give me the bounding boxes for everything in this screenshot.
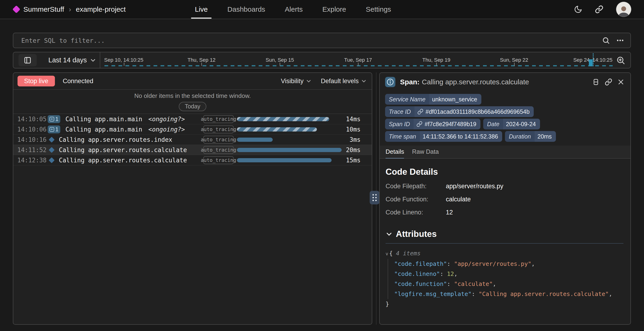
json-collapse-caret[interactable]: v (386, 251, 388, 256)
list-item[interactable]: 14:10:05+1Calling app.main.main<ongoing?… (13, 114, 372, 124)
span-list: 14:10:05+1Calling app.main.main<ongoing?… (13, 114, 372, 166)
duration-bar (237, 138, 273, 142)
plus-square-icon: + (50, 117, 54, 122)
zoom-in-icon (616, 56, 625, 65)
dark-mode-toggle[interactable] (574, 5, 582, 14)
timeline-date-label: Sep 10, 14:10:25 (104, 57, 144, 63)
empty-window-block: No older items in the selected time wind… (13, 90, 372, 114)
badge-trace-id[interactable]: Trace ID#df01acad0311189c8b66a466d969654… (385, 106, 534, 117)
code-detail-value: 12 (446, 209, 453, 216)
avatar[interactable] (616, 2, 632, 17)
row-duration: 15ms (346, 157, 360, 164)
breadcrumb-separator: › (68, 5, 72, 13)
copy-link-button[interactable] (605, 78, 612, 86)
tag-chip[interactable]: auto_tracing (203, 115, 234, 123)
json-value: 12 (447, 270, 454, 277)
span-title-prefix: Span: (400, 78, 420, 86)
link-icon (417, 108, 424, 115)
attributes-json-view: v{4 items"code.filepath": "app/server/ro… (386, 248, 624, 309)
share-link-button[interactable] (595, 5, 603, 14)
attributes-heading: Attributes (386, 229, 624, 239)
ongoing-indicator: <ongoing?> (148, 126, 185, 133)
tag-chip[interactable]: auto_tracing (203, 136, 234, 144)
filter-more-button[interactable] (616, 36, 624, 44)
badge-span-id[interactable]: Span ID#f7c8e294f7489b19 (385, 119, 480, 130)
json-value: "app/server/routes.py" (454, 260, 531, 267)
brand-logo-icon[interactable] (12, 5, 20, 13)
live-header-controls: Visibility Default levels (281, 78, 367, 85)
panel-resize-handle[interactable] (370, 191, 380, 204)
tag-chip[interactable]: auto_tracing (203, 146, 234, 154)
tab-settings[interactable]: Settings (366, 0, 391, 19)
json-comma: , (531, 260, 535, 267)
timeline-activity-spike (589, 59, 592, 66)
default-levels-dropdown[interactable]: Default levels (321, 78, 367, 85)
json-comma: , (492, 280, 496, 287)
tab-dashboards[interactable]: Dashboards (227, 0, 265, 19)
span-diamond-icon (48, 137, 54, 142)
json-entry: "code.lineno": 12, (394, 269, 624, 279)
child-count: 1 (56, 126, 58, 133)
today-button[interactable]: Today (179, 102, 206, 111)
org-name[interactable]: SummerStuff (23, 5, 64, 13)
timeline-date-label: Thu, Sep 19 (422, 57, 450, 63)
person-photo (617, 5, 630, 17)
list-item[interactable]: 14:10:16Calling app.server.routes.indexa… (13, 134, 372, 145)
row-message: Calling app.main.main (66, 126, 142, 133)
span-detail-panel: Span:Calling app.server.routes.calculate… (379, 72, 631, 325)
timeline-tick (514, 62, 514, 66)
panel-layout-button[interactable] (592, 78, 600, 86)
nav-tabs: LiveDashboardsAlertsExploreSettings (195, 0, 391, 19)
timeline-track[interactable]: Sep 10, 14:10:25Thu, Sep 12Sun, Sep 15Tu… (104, 52, 613, 68)
visibility-dropdown[interactable]: Visibility (281, 78, 312, 85)
list-item[interactable]: 14:12:38Calling app.server.routes.calcul… (13, 155, 372, 166)
json-body: "code.filepath": "app/server/routes.py",… (388, 259, 624, 299)
code-detail-row: Code Lineno:12 (386, 209, 624, 216)
tab-explore[interactable]: Explore (322, 0, 346, 19)
close-panel-button[interactable] (617, 78, 624, 86)
sql-filter-input[interactable] (13, 33, 630, 48)
tab-alerts[interactable]: Alerts (285, 0, 303, 19)
timeline-tick (124, 62, 124, 66)
chevron-down-icon (306, 78, 312, 84)
time-range-dropdown[interactable]: Last 14 days (48, 52, 96, 68)
json-colon: : (447, 260, 454, 267)
row-message: Calling app.server.routes.index (59, 136, 172, 143)
tag-chip[interactable]: auto_tracing (203, 156, 234, 164)
row-timestamp: 14:10:16 (17, 136, 45, 143)
breadcrumb: SummerStuff › example-project (14, 0, 126, 19)
list-item[interactable]: 14:10:06+1Calling app.main.main<ongoing?… (13, 124, 372, 134)
badge-row: Span ID#f7c8e294f7489b19Date2024-09-24 (385, 119, 630, 130)
code-detail-value: app/server/routes.py (446, 183, 503, 190)
badge-label: Trace ID (385, 106, 414, 117)
json-key: "code.function" (394, 280, 447, 287)
link-icon (595, 5, 603, 14)
detail-body: Code Details Code Filepath:app/server/ro… (380, 167, 630, 309)
project-name[interactable]: example-project (76, 5, 126, 13)
timeline-date-label: Sun, Sep 22 (500, 57, 528, 63)
badge-time-span: Time span14:11:52.366 to 14:11:52.386 (385, 131, 502, 142)
logfire-app: SummerStuff › example-project LiveDashbo… (0, 0, 644, 331)
time-range-label: Last 14 days (48, 56, 87, 64)
badge-value: 20ms (535, 133, 556, 140)
timeline-zoom-button[interactable] (616, 56, 625, 65)
search-button[interactable] (602, 36, 610, 44)
sidebar-toggle-button[interactable] (18, 54, 37, 66)
code-detail-value: calculate (446, 196, 471, 203)
detail-tab-details[interactable]: Details (386, 145, 404, 158)
timeline-date-label: Sun, Sep 15 (266, 57, 294, 63)
moon-icon (574, 5, 582, 14)
collapse-chevron-icon[interactable] (386, 230, 392, 238)
nav-right (574, 0, 632, 19)
sql-filter-bar (13, 33, 631, 48)
detail-tabs: DetailsRaw Data (380, 146, 630, 158)
stop-live-button[interactable]: Stop live (18, 76, 55, 86)
tab-live[interactable]: Live (195, 0, 208, 19)
ongoing-indicator: <ongoing?> (148, 116, 185, 123)
tag-chip[interactable]: auto_tracing (203, 126, 234, 134)
badge-date: Date2024-09-24 (483, 119, 540, 130)
empty-window-message: No older items in the selected time wind… (134, 92, 251, 100)
detail-tab-raw-data[interactable]: Raw Data (412, 145, 438, 158)
list-item[interactable]: 14:11:52Calling app.server.routes.calcul… (13, 145, 372, 155)
timeline-cursor[interactable] (593, 53, 594, 66)
